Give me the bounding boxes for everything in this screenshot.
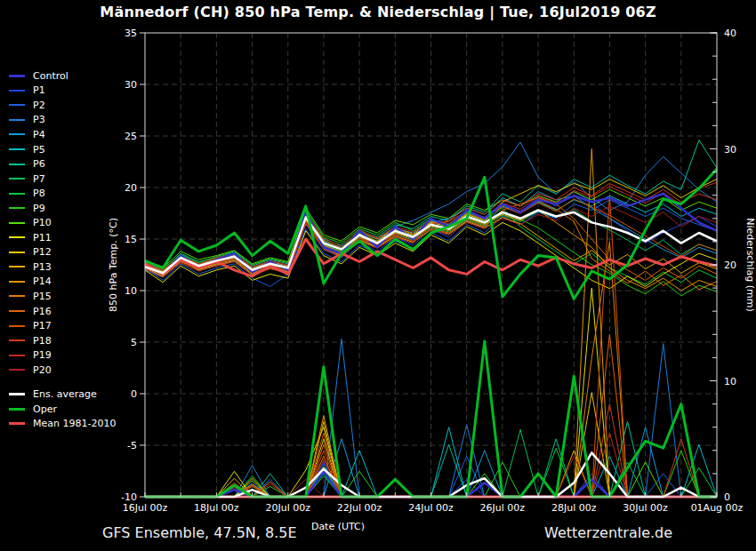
y-axis-left-title: 850 hPa Temp. (°C) bbox=[108, 218, 119, 312]
svg-text:30Jul 00z: 30Jul 00z bbox=[623, 502, 668, 514]
plot-area: 35302520151050-5-1040302010016Jul 00z18J… bbox=[0, 0, 756, 551]
svg-text:20Jul 00z: 20Jul 00z bbox=[265, 502, 310, 514]
svg-text:30: 30 bbox=[125, 79, 137, 91]
svg-text:30: 30 bbox=[724, 144, 736, 156]
svg-text:01Aug 00z: 01Aug 00z bbox=[691, 502, 744, 514]
svg-text:5: 5 bbox=[131, 337, 137, 348]
svg-text:10: 10 bbox=[125, 285, 137, 297]
ensemble-plume-chart-page: { "title": "Männedorf (CH) 850 hPa Temp.… bbox=[0, 0, 756, 551]
svg-text:20: 20 bbox=[125, 182, 137, 194]
svg-text:26Jul 00z: 26Jul 00z bbox=[480, 502, 526, 514]
svg-text:18Jul 00z: 18Jul 00z bbox=[194, 502, 239, 514]
footer-site-credit: Wetterzentrale.de bbox=[544, 524, 672, 541]
svg-text:35: 35 bbox=[125, 28, 137, 39]
x-axis-title: Date (UTC) bbox=[294, 521, 382, 532]
y-axis-right: 403020100 bbox=[710, 28, 736, 503]
svg-text:10: 10 bbox=[724, 376, 736, 387]
svg-text:16Jul 00z: 16Jul 00z bbox=[123, 502, 168, 514]
svg-text:28Jul 00z: 28Jul 00z bbox=[551, 502, 597, 514]
svg-text:25: 25 bbox=[125, 131, 137, 142]
svg-text:-5: -5 bbox=[127, 440, 137, 451]
svg-text:15: 15 bbox=[125, 234, 137, 245]
svg-text:0: 0 bbox=[131, 388, 137, 400]
y-axis-right-title: Niederschlag (mm) bbox=[744, 218, 756, 311]
precip-line bbox=[145, 242, 717, 497]
svg-text:20: 20 bbox=[724, 260, 736, 271]
svg-text:22Jul 00z: 22Jul 00z bbox=[337, 502, 382, 514]
svg-text:40: 40 bbox=[724, 28, 736, 39]
footer-model-info: GFS Ensemble, 47.5N, 8.5E bbox=[102, 524, 297, 541]
svg-text:24Jul 00z: 24Jul 00z bbox=[408, 502, 454, 514]
y-axis-left: 35302520151050-5-10 bbox=[121, 28, 145, 503]
